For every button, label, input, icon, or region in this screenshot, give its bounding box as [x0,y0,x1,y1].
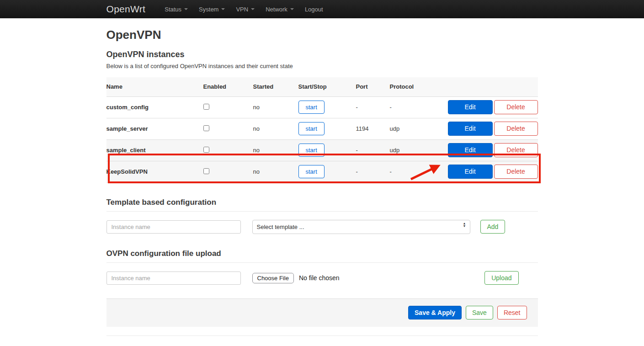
edit-button[interactable]: Edit [448,165,493,179]
column-header-started: Started [253,77,298,96]
action-bar: Save & Apply Save Reset [106,298,538,327]
edit-button[interactable]: Edit [448,122,493,136]
template-select-wrap: Select template ... ▲▼ [252,220,470,234]
nav-item-label: Logout [305,6,323,13]
started-value: no [253,139,298,161]
started-value: no [253,96,298,118]
instances-section-title: OpenVPN instances [106,50,538,59]
port-value: - [356,139,390,161]
enabled-checkbox[interactable] [203,168,209,174]
column-header-enabled: Enabled [203,77,253,96]
nav-item-logout[interactable]: Logout [299,0,329,18]
top-navbar: OpenWrt Status System VPN Network Logout [0,0,644,18]
table-row-sample-client: sample_client no start - udp EditDelete [106,139,538,161]
instances-table: Name Enabled Started Start/Stop Port Pro… [106,77,538,183]
delete-button[interactable]: Delete [494,122,538,136]
table-row-keepsolidvpn: KeepSolidVPN no start - - EditDelete [106,161,538,182]
caret-down-icon [290,8,294,10]
instance-name: KeepSolidVPN [106,161,203,182]
template-instance-name-input[interactable] [106,220,241,234]
nav-item-status[interactable]: Status [159,0,193,18]
column-header-name: Name [106,77,203,96]
caret-down-icon [221,8,225,10]
divider [106,262,538,263]
nav-item-vpn[interactable]: VPN [230,0,260,18]
upload-instance-name-input[interactable] [106,271,241,285]
column-header-protocol: Protocol [390,77,431,96]
enabled-checkbox[interactable] [203,125,209,131]
save-apply-button[interactable]: Save & Apply [408,306,462,320]
protocol-value: udp [390,139,431,161]
column-header-port: Port [356,77,390,96]
instance-name: sample_server [106,118,203,139]
instances-description: Below is a list of configured OpenVPN in… [106,63,538,69]
enabled-checkbox[interactable] [203,104,209,110]
divider [106,211,538,212]
start-button[interactable]: start [298,144,325,157]
enabled-checkbox[interactable] [203,147,209,153]
start-button[interactable]: start [298,122,325,136]
edit-button[interactable]: Edit [448,100,493,114]
column-header-start-stop: Start/Stop [298,77,356,96]
template-select[interactable]: Select template ... [252,220,470,234]
protocol-value: udp [390,118,431,139]
template-section-title: Template based configuration [106,198,538,207]
reset-button[interactable]: Reset [497,306,527,320]
add-button[interactable]: Add [480,220,506,234]
protocol-value: - [390,96,431,118]
delete-button[interactable]: Delete [494,100,538,114]
nav-item-system[interactable]: System [193,0,230,18]
table-row-sample-server: sample_server no start 1194 udp EditDele… [106,118,538,139]
brand-logo[interactable]: OpenWrt [106,4,146,15]
divider [106,335,538,336]
page-title: OpenVPN [106,28,538,42]
start-button[interactable]: start [298,101,325,114]
start-button[interactable]: start [298,165,325,179]
instance-name: sample_client [106,139,203,161]
upload-section-title: OVPN configuration file upload [106,249,538,258]
choose-file-button[interactable]: Choose File [252,273,294,283]
port-value: 1194 [356,118,390,139]
nav-item-network[interactable]: Network [260,0,299,18]
instance-name: custom_config [106,96,203,118]
caret-down-icon [184,8,188,10]
started-value: no [253,118,298,139]
upload-button[interactable]: Upload [484,271,518,285]
edit-button[interactable]: Edit [448,143,493,157]
started-value: no [253,161,298,182]
table-row-custom-config: custom_config no start - - EditDelete [106,96,538,118]
nav-item-label: Status [165,6,181,13]
nav-item-label: VPN [236,6,248,13]
file-chosen-status: No file chosen [299,274,340,282]
table-header-row: Name Enabled Started Start/Stop Port Pro… [106,77,538,96]
delete-button[interactable]: Delete [494,165,538,179]
protocol-value: - [390,161,431,182]
save-button[interactable]: Save [466,306,493,320]
column-header-actions [431,77,538,96]
nav-item-label: Network [266,6,287,13]
port-value: - [356,96,390,118]
delete-button[interactable]: Delete [494,143,538,157]
port-value: - [356,161,390,182]
caret-down-icon [251,8,255,10]
nav-item-label: System [199,6,218,13]
